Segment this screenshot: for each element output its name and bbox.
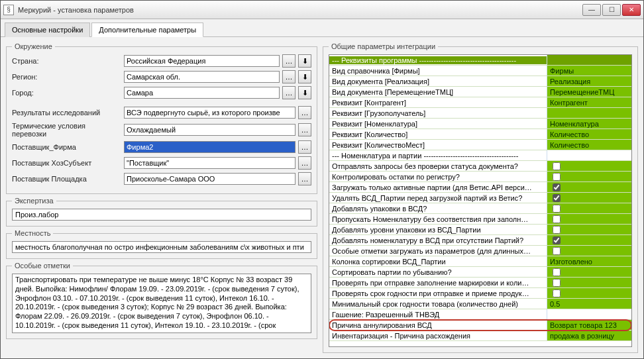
city-download-button[interactable]: ⬇ xyxy=(298,86,311,99)
param-row[interactable]: --- Реквизиты программы ----------------… xyxy=(329,55,631,66)
param-checkbox[interactable] xyxy=(553,247,561,255)
param-value[interactable]: ПеремещениеТМЦ xyxy=(547,87,631,97)
param-row[interactable]: Реквизит [Грузополучатель] xyxy=(329,108,631,119)
param-value[interactable] xyxy=(547,246,631,256)
param-row[interactable]: Добавлять уровни упаковки из ВСД_Партии xyxy=(329,225,631,235)
region-input[interactable] xyxy=(124,71,280,83)
param-value[interactable] xyxy=(547,203,631,213)
param-row[interactable]: Добавлять номенклатуру в ВСД при отсутст… xyxy=(329,235,631,246)
param-value[interactable]: Фирмы xyxy=(547,66,631,76)
param-row[interactable]: Загружать только активные партии (для Ве… xyxy=(329,182,631,193)
param-row[interactable]: Причина аннулирования ВСДВозврат товара … xyxy=(329,320,631,331)
param-checkbox[interactable] xyxy=(553,194,561,202)
supplier-hoz-browse-button[interactable]: … xyxy=(298,156,311,170)
close-button[interactable]: ✕ xyxy=(622,4,641,16)
param-value[interactable] xyxy=(547,288,631,298)
param-value[interactable] xyxy=(547,267,631,277)
param-row[interactable]: Вид справочника [Фирмы]Фирмы xyxy=(329,66,631,76)
country-download-button[interactable]: ⬇ xyxy=(298,54,311,68)
param-value[interactable] xyxy=(547,278,631,287)
supplier-site-browse-button[interactable]: … xyxy=(298,172,311,185)
param-checkbox[interactable] xyxy=(553,162,561,170)
param-value[interactable]: 0.5 xyxy=(547,299,631,309)
param-row[interactable]: Удалять ВСД_Партии перед загрузкой парти… xyxy=(329,193,631,203)
param-row[interactable]: Проверять срок годности при отправке и п… xyxy=(329,288,631,299)
tab-extra[interactable]: Дополнительные параметры xyxy=(91,23,203,37)
param-value[interactable]: Контрагент xyxy=(547,97,631,107)
city-input[interactable] xyxy=(124,87,280,99)
country-input[interactable] xyxy=(124,55,280,67)
minimize-button[interactable]: — xyxy=(582,4,601,16)
param-checkbox[interactable] xyxy=(553,289,561,297)
param-row[interactable]: Сортировать партии по убыванию? xyxy=(329,267,631,278)
param-name: Реквизит [Контрагент] xyxy=(329,99,547,107)
param-value[interactable] xyxy=(547,235,631,245)
param-value[interactable] xyxy=(547,182,631,192)
param-name: Вид справочника [Фирмы] xyxy=(329,67,547,75)
param-value[interactable]: Номенклатура xyxy=(547,119,631,128)
city-browse-button[interactable]: … xyxy=(282,86,295,99)
notes-textarea[interactable]: Транспортировать при температуре не выше… xyxy=(12,274,311,333)
param-checkbox[interactable] xyxy=(553,183,561,191)
param-value[interactable] xyxy=(547,172,631,181)
supplier-firm-label: Поставщик_Фирма xyxy=(12,143,121,151)
param-value[interactable]: Изготовлено xyxy=(547,256,631,266)
param-row[interactable]: Вид документа [Реализация]Реализация xyxy=(329,76,631,87)
supplier-hoz-input[interactable] xyxy=(124,157,295,169)
param-row[interactable]: Пропускать Номенклатуру без соответствия… xyxy=(329,214,631,225)
country-browse-button[interactable]: … xyxy=(282,54,295,68)
param-value[interactable]: Количество xyxy=(547,140,631,150)
param-value[interactable] xyxy=(547,193,631,203)
param-value[interactable] xyxy=(547,150,631,160)
param-row[interactable]: Колонка сортировки ВСД_ПартииИзготовлено xyxy=(329,256,631,267)
param-name: Добавлять уровни упаковки из ВСД_Партии xyxy=(329,226,547,234)
supplier-firm-input[interactable] xyxy=(124,141,295,153)
param-name: Проверять срок годности при отправке и п… xyxy=(329,289,547,297)
param-row[interactable]: Отправлять запросы без проверки статуса … xyxy=(329,161,631,172)
param-row[interactable]: Контролировать остатки по регистру? xyxy=(329,172,631,182)
param-row[interactable]: Особые отметки загружать из параметров (… xyxy=(329,246,631,256)
param-value[interactable] xyxy=(547,214,631,224)
param-row[interactable]: Проверять при отправке заполнение маркир… xyxy=(329,278,631,288)
param-value[interactable] xyxy=(547,55,631,65)
param-value[interactable] xyxy=(547,309,631,319)
region-browse-button[interactable]: … xyxy=(282,70,295,83)
thermal-input[interactable] xyxy=(124,124,295,136)
supplier-site-input[interactable] xyxy=(124,173,295,185)
supplier-firm-browse-button[interactable]: … xyxy=(298,140,311,154)
param-row[interactable]: Реквизит [КоличествоМест]Количество xyxy=(329,140,631,150)
param-row[interactable]: Минимальный срок годности товара (количе… xyxy=(329,299,631,309)
maximize-button[interactable]: ☐ xyxy=(602,4,621,16)
area-input[interactable]: местность благополучная по остро инфекци… xyxy=(12,241,311,253)
param-checkbox[interactable] xyxy=(553,268,561,276)
param-checkbox[interactable] xyxy=(553,236,561,244)
param-row[interactable]: Гашение: Разрешенный ТНВЭД xyxy=(329,309,631,320)
research-input[interactable] xyxy=(124,107,295,119)
param-checkbox[interactable] xyxy=(553,173,561,181)
param-checkbox[interactable] xyxy=(553,226,561,234)
param-name: Реквизит [Номенклатура] xyxy=(329,120,547,128)
region-download-button[interactable]: ⬇ xyxy=(298,70,311,83)
param-row[interactable]: Реквизит [Количество]Количество xyxy=(329,129,631,140)
param-row[interactable]: Инвентаризация - Причина расхожденияпрод… xyxy=(329,331,631,341)
param-value[interactable]: Количество xyxy=(547,129,631,139)
research-browse-button[interactable]: … xyxy=(298,106,311,119)
param-row[interactable]: Вид документа [ПеремещениеТМЦ]Перемещени… xyxy=(329,87,631,97)
thermal-browse-button[interactable]: … xyxy=(298,123,311,136)
integration-params-table[interactable]: --- Реквизиты программы ----------------… xyxy=(329,54,632,347)
param-value[interactable] xyxy=(547,225,631,234)
param-checkbox[interactable] xyxy=(553,215,561,223)
param-row[interactable]: Реквизит [Номенклатура]Номенклатура xyxy=(329,119,631,129)
param-value[interactable] xyxy=(547,108,631,118)
expertise-input[interactable]: Произ.лабор xyxy=(12,209,311,221)
tab-main[interactable]: Основные настройки xyxy=(5,23,90,37)
param-value[interactable]: Реализация xyxy=(547,76,631,86)
param-row[interactable]: --- Номенклатура и партии --------------… xyxy=(329,150,631,161)
param-checkbox[interactable] xyxy=(553,205,561,213)
param-row[interactable]: Добавлять упаковки в ВСД? xyxy=(329,203,631,214)
param-row[interactable]: Реквизит [Контрагент]Контрагент xyxy=(329,97,631,108)
param-checkbox[interactable] xyxy=(553,279,561,287)
param-value[interactable]: продажа в розницу xyxy=(547,331,631,340)
param-value[interactable] xyxy=(547,161,631,171)
param-value[interactable]: Возврат товара 123 xyxy=(547,320,631,330)
